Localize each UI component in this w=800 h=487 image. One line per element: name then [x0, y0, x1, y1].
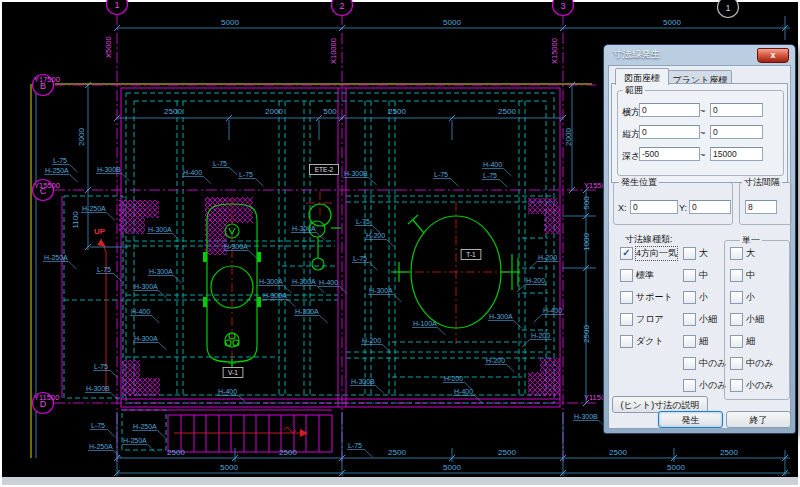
dim-label-vertical: 500	[582, 196, 591, 210]
checkbox-大[interactable]: 大	[683, 247, 726, 260]
checkbox-label: 標準	[636, 269, 654, 282]
beam-label: H-300B	[574, 413, 598, 420]
range-h-from-field[interactable]: 0	[639, 103, 700, 117]
range-h-to-field[interactable]: 0	[710, 103, 763, 117]
range-v-from-field[interactable]: 0	[639, 125, 700, 139]
checkbox-box[interactable]	[730, 247, 743, 260]
beam-label: H-300B	[351, 378, 375, 385]
checkbox-サポート[interactable]: サポート	[620, 291, 677, 304]
checkbox-box[interactable]: ✓	[620, 247, 633, 260]
checkbox-中[interactable]: 中	[683, 269, 726, 282]
checkbox-細[interactable]: 細	[683, 335, 726, 348]
checkbox-box[interactable]	[620, 335, 633, 348]
beam-label: H-300A	[149, 268, 173, 275]
checkbox-細[interactable]: 細	[730, 335, 773, 348]
range-group-label: 範囲	[623, 84, 645, 97]
up-label: UP	[94, 227, 106, 236]
checkbox-中[interactable]: 中	[730, 269, 773, 282]
checkbox-box[interactable]	[730, 379, 743, 392]
beam-label: H-300A	[369, 287, 393, 294]
dim-label: 500	[323, 107, 337, 116]
checkbox-box[interactable]	[730, 335, 743, 348]
dimension-generate-dialog: 寸法線発生 x 図面座標 プラント座標 範囲 横方向: 0 ~ 0 縦方向: 0…	[603, 44, 796, 434]
beam-label: H-300B	[86, 385, 110, 392]
checkbox-box[interactable]	[620, 269, 633, 282]
checkbox-box[interactable]	[683, 269, 696, 282]
dim-label: 2500	[609, 448, 627, 457]
range-h-tilde: ~	[700, 106, 705, 116]
dim-label-vertical: 2500	[582, 325, 591, 343]
tab-drawing-coords[interactable]: 図面座標	[615, 68, 669, 85]
checkbox-box[interactable]	[620, 313, 633, 326]
checkbox-box[interactable]	[730, 357, 743, 370]
checkbox-中のみ[interactable]: 中のみ	[730, 357, 773, 370]
checkbox-小のみ[interactable]: 小のみ	[683, 379, 726, 392]
range-v-to-field[interactable]: 0	[710, 125, 763, 139]
checkbox-4方向一気[interactable]: ✓4方向一気	[620, 247, 677, 260]
checkbox-小[interactable]: 小	[683, 291, 726, 304]
dim-label: 5000	[221, 18, 239, 27]
beam-label: L-75	[239, 171, 253, 178]
grid-bubble-label: 1	[725, 3, 730, 13]
checkbox-標準[interactable]: 標準	[620, 269, 677, 282]
checkbox-中のみ[interactable]: 中のみ	[683, 357, 726, 370]
spacing-field[interactable]: 8	[745, 200, 777, 214]
beam-label: H-300A	[148, 226, 172, 233]
checkbox-小のみ[interactable]: 小のみ	[730, 379, 773, 392]
checkbox-box[interactable]	[683, 379, 696, 392]
type-label: 寸法線種類:	[625, 233, 673, 246]
beam-label: H-300B	[97, 166, 121, 173]
checkbox-box[interactable]	[730, 291, 743, 304]
checkbox-小[interactable]: 小	[730, 291, 773, 304]
range-d-from-field[interactable]: -500	[639, 147, 700, 161]
checkbox-label: 中	[746, 269, 755, 282]
equipment-tag-ETE-2: ETE-2	[315, 166, 334, 173]
checkbox-label: 中	[699, 269, 708, 282]
checkbox-大[interactable]: 大	[730, 247, 773, 260]
checkbox-box[interactable]	[683, 247, 696, 260]
status-strip	[2, 477, 798, 485]
checkbox-box[interactable]	[620, 291, 633, 304]
beam-label: H-200	[444, 375, 463, 382]
beam-label: L-75	[213, 160, 227, 167]
generate-button[interactable]: 発生	[658, 411, 723, 428]
checkbox-label: 大	[746, 247, 755, 260]
checkbox-box[interactable]	[730, 313, 743, 326]
checkbox-label: 4方向一気	[636, 247, 677, 260]
exit-button[interactable]: 終了	[726, 411, 791, 428]
checkbox-box[interactable]	[683, 313, 696, 326]
checkbox-label: 細	[746, 335, 755, 348]
close-icon[interactable]: x	[757, 48, 789, 63]
dim-label: 2500	[498, 448, 516, 457]
checkbox-box[interactable]	[683, 335, 696, 348]
checkbox-box[interactable]	[730, 269, 743, 282]
checkbox-フロア[interactable]: フロア	[620, 313, 677, 326]
beam-label: H-250A	[89, 443, 113, 450]
checkbox-小細[interactable]: 小細	[730, 313, 773, 326]
beam-label: L-75	[483, 172, 497, 179]
checkbox-小細[interactable]: 小細	[683, 313, 726, 326]
checkbox-ダクト[interactable]: ダクト	[620, 335, 677, 348]
equipment-tag-T-1: T-1	[466, 251, 476, 258]
position-y-field[interactable]: 0	[689, 200, 731, 214]
dim-label: 5000	[220, 463, 238, 472]
dim-label: 2500	[388, 448, 406, 457]
application-window: 123BCD1 X5000X10000X15000Y17500Y15500Y11…	[0, 0, 800, 487]
beam-label: H-100A	[413, 320, 437, 327]
checkbox-label: 小	[746, 291, 755, 304]
checkbox-box[interactable]	[683, 291, 696, 304]
position-x-field[interactable]: 0	[630, 200, 678, 214]
checkbox-label: 小のみ	[746, 379, 773, 392]
dim-label: 2500	[720, 448, 738, 457]
range-d-to-field[interactable]: 15000	[710, 147, 763, 161]
checkbox-label: サポート	[636, 291, 673, 304]
position-group-label: 発生位置	[619, 176, 659, 189]
checkbox-box[interactable]	[683, 357, 696, 370]
beam-label: H-400	[454, 388, 473, 395]
up-direction-label: UP	[94, 227, 106, 236]
beam-label: H-200	[366, 232, 385, 239]
beam-label: L-75	[348, 442, 362, 449]
axis-label: X5000	[104, 36, 113, 58]
checkbox-label: 小のみ	[699, 379, 726, 392]
dim-label: 5000	[663, 18, 681, 27]
